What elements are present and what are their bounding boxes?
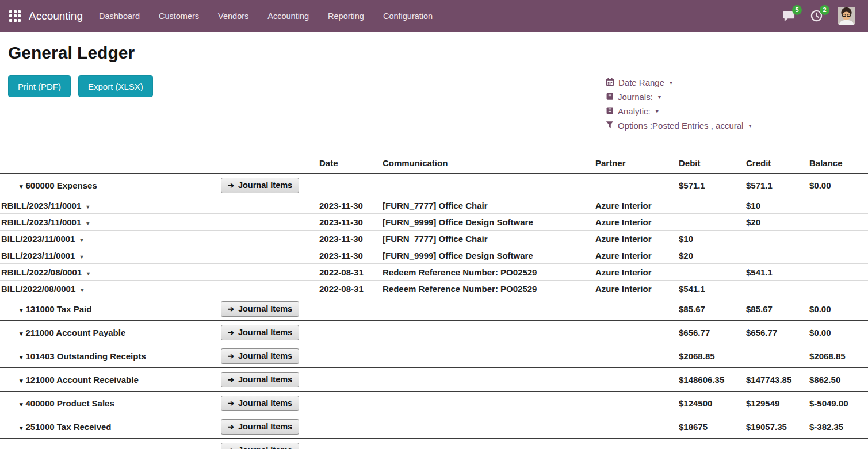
journal-items-button[interactable]: ➔Journal Items — [221, 348, 299, 364]
credit-amount: $129549 — [746, 398, 809, 408]
menu-customers[interactable]: Customers — [159, 11, 199, 21]
balance-amount: $862.50 — [809, 375, 868, 385]
credit-amount: $571.1 — [746, 181, 809, 190]
filter-options[interactable]: Options :Posted Entries , accural ▾ — [606, 118, 751, 133]
credit-amount: $541.1 — [746, 267, 809, 277]
balance-amount: $-382.35 — [809, 422, 868, 432]
caret-down-icon: ▾ — [20, 354, 23, 360]
print-pdf-button[interactable]: Print (PDF) — [8, 75, 71, 97]
partner-cell: Azure Interior — [595, 217, 679, 227]
filter-date-range[interactable]: Date Range ▾ — [606, 75, 751, 90]
caret-down-icon[interactable]: ▾ — [87, 270, 90, 277]
journal-items-cell: ➔Journal Items — [221, 443, 319, 449]
menu-configuration[interactable]: Configuration — [383, 11, 433, 21]
journal-items-button[interactable]: ➔Journal Items — [221, 301, 299, 317]
move-name: RBILL/2023/11/0001▾ — [0, 201, 221, 210]
table-header-row: Date Communication Partner Debit Credit … — [0, 152, 868, 174]
journal-items-button[interactable]: ➔Journal Items — [221, 443, 299, 449]
journal-items-button[interactable]: ➔Journal Items — [221, 372, 299, 387]
account-name[interactable]: ▾101403 Outstanding Receipts — [0, 351, 221, 361]
messages-badge: 5 — [792, 5, 802, 15]
journal-items-button[interactable]: ➔Journal Items — [221, 325, 299, 340]
activities-badge: 2 — [820, 5, 829, 15]
debit-amount: $85.67 — [679, 304, 746, 314]
credit-amount: $85.67 — [746, 304, 809, 314]
page-title: General Ledger — [8, 41, 868, 65]
account-name[interactable]: ▾131000 Tax Paid — [0, 304, 221, 314]
apps-grid-icon[interactable] — [9, 10, 21, 22]
messages-button[interactable]: 5 — [782, 9, 796, 23]
chat-bubble-icon — [782, 14, 796, 24]
user-avatar[interactable] — [838, 7, 855, 25]
communication-cell: [FURN_9999] Office Design Software — [383, 217, 595, 227]
arrow-right-icon: ➔ — [228, 446, 234, 449]
filter-icon — [606, 121, 614, 131]
caret-down-icon[interactable]: ▾ — [80, 237, 83, 243]
col-header-balance: Balance — [809, 158, 868, 168]
move-name: RBILL/2022/08/0001▾ — [0, 267, 221, 277]
partner-cell: Azure Interior — [595, 201, 679, 210]
date-cell: 2023-11-30 — [319, 217, 383, 227]
menu-reporting[interactable]: Reporting — [328, 11, 364, 21]
journal-line-row: RBILL/2023/11/0001▾2023-11-30[FURN_7777]… — [0, 197, 868, 214]
app-name[interactable]: Accounting — [29, 10, 83, 22]
arrow-right-icon: ➔ — [228, 328, 234, 337]
credit-amount: $20 — [746, 217, 809, 227]
export-xlsx-button[interactable]: Export (XLSX) — [78, 75, 153, 97]
partner-cell: Azure Interior — [595, 267, 679, 277]
menu-accounting[interactable]: Accounting — [267, 11, 309, 21]
menu-dashboard[interactable]: Dashboard — [99, 11, 140, 21]
main-menu: Dashboard Customers Vendors Accounting R… — [99, 11, 433, 21]
col-header-date: Date — [319, 158, 383, 168]
journal-items-cell: ➔Journal Items — [221, 325, 319, 340]
partner-cell: Azure Interior — [595, 284, 679, 294]
journal-line-row: BILL/2023/11/0001▾2023-11-30[FURN_7777] … — [0, 231, 868, 247]
caret-down-icon: ▾ — [656, 109, 659, 114]
journal-icon — [606, 106, 614, 117]
account-name[interactable]: ▾211000 Account Payable — [0, 328, 221, 337]
account-row: ▾131000 Tax Paid➔Journal Items$85.67$85.… — [0, 297, 868, 321]
balance-amount: $0.00 — [809, 181, 868, 190]
journal-items-cell: ➔Journal Items — [221, 301, 319, 317]
col-header-credit: Credit — [746, 158, 809, 168]
debit-amount: $541.1 — [679, 284, 746, 294]
journal-items-button[interactable]: ➔Journal Items — [221, 396, 299, 411]
communication-cell: [FURN_7777] Office Chair — [383, 234, 595, 244]
caret-down-icon: ▾ — [20, 306, 23, 313]
account-row: ▾➔Journal Items — [0, 438, 868, 449]
journal-line-row: RBILL/2022/08/0001▾2022-08-31Redeem Refe… — [0, 264, 868, 281]
arrow-right-icon: ➔ — [228, 375, 234, 384]
journal-items-button[interactable]: ➔Journal Items — [221, 419, 299, 435]
debit-amount: $571.1 — [679, 181, 746, 190]
date-cell: 2022-08-31 — [319, 267, 383, 277]
topbar: Accounting Dashboard Customers Vendors A… — [0, 0, 868, 32]
partner-cell: Azure Interior — [595, 234, 679, 244]
caret-down-icon[interactable]: ▾ — [81, 287, 83, 293]
caret-down-icon[interactable]: ▾ — [86, 204, 89, 210]
caret-down-icon[interactable]: ▾ — [80, 254, 83, 260]
arrow-right-icon: ➔ — [228, 423, 234, 431]
debit-amount: $2068.85 — [679, 351, 746, 361]
debit-amount: $10 — [679, 234, 746, 244]
caret-down-icon: ▾ — [20, 330, 23, 337]
filter-journals[interactable]: Journals: ▾ — [606, 90, 751, 104]
account-name[interactable]: ▾ — [0, 446, 221, 449]
calendar-icon — [606, 78, 614, 88]
account-name[interactable]: ▾251000 Tax Received — [0, 422, 221, 432]
general-ledger-table: Date Communication Partner Debit Credit … — [0, 152, 868, 449]
caret-down-icon: ▾ — [20, 424, 23, 431]
account-row: ▾251000 Tax Received➔Journal Items$18675… — [0, 415, 868, 439]
caret-down-icon: ▾ — [20, 377, 23, 384]
account-row: ▾600000 Expenses➔Journal Items$571.1$571… — [0, 173, 868, 197]
caret-down-icon[interactable]: ▾ — [86, 220, 89, 227]
journal-line-row: BILL/2023/11/0001▾2023-11-30[FURN_9999] … — [0, 247, 868, 264]
activities-button[interactable]: 2 — [810, 9, 824, 23]
filter-analytic[interactable]: Analytic: ▾ — [606, 104, 751, 118]
account-name[interactable]: ▾121000 Account Receivable — [0, 375, 221, 385]
caret-down-icon: ▾ — [20, 401, 23, 408]
arrow-right-icon: ➔ — [228, 181, 234, 190]
journal-items-button[interactable]: ➔Journal Items — [221, 178, 299, 193]
account-name[interactable]: ▾400000 Product Sales — [0, 398, 221, 408]
account-name[interactable]: ▾600000 Expenses — [0, 181, 221, 190]
menu-vendors[interactable]: Vendors — [218, 11, 248, 21]
